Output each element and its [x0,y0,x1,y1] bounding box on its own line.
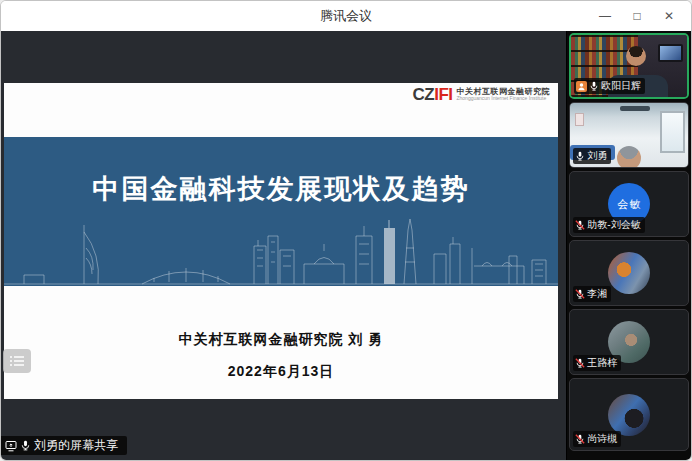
participant-name-tag: 助教-刘会敏 [573,217,644,233]
screen-share-badge: 刘勇的屏幕共享 [1,436,127,455]
mic-muted-icon [575,358,585,368]
participant-name-tag: 刘勇 [573,148,611,164]
participant-name-tag: 欧阳日辉 [574,78,645,94]
tencent-meeting-window: 腾讯会议 — □ ✕ CZIFI 中关村互联网金融研究院 Zhongguancu… [0,0,692,461]
slide-title-banner: 中国金融科技发展现状及趋势 [4,137,558,286]
list-icon [9,355,25,367]
participant-tile-liuyong[interactable]: 刘勇 [569,102,689,168]
czifi-logo: CZIFI 中关村互联网金融研究院 Zhongguancun Internet … [412,86,550,103]
participant-tile-shangshigui[interactable]: 尚诗槻 [569,378,689,451]
host-icon [576,81,587,92]
presentation-slide: CZIFI 中关村互联网金融研究院 Zhongguancun Internet … [4,83,558,399]
meeting-content: CZIFI 中关村互联网金融研究院 Zhongguancun Internet … [1,31,691,460]
avatar-initials: 会敏 [617,197,641,212]
window-titlebar: 腾讯会议 — □ ✕ [1,1,691,31]
mic-muted-icon [575,434,585,444]
shared-screen-area: CZIFI 中关村互联网金融研究院 Zhongguancun Internet … [1,31,566,460]
slide-title: 中国金融科技发展现状及趋势 [4,171,558,207]
mic-on-icon [589,81,599,91]
city-skyline-graphic [4,218,558,286]
slide-date-line: 2022年6月13日 [4,363,558,381]
participant-name: 助教-刘会敏 [587,218,640,232]
participant-name: 尚诗槻 [587,432,617,446]
mic-on-icon [575,151,585,161]
slide-author-line: 中关村互联网金融研究院 刘 勇 [4,331,558,349]
panel-toggle-button[interactable] [3,349,31,373]
minimize-button[interactable]: — [589,1,621,31]
participant-name: 王路梓 [587,356,617,370]
screen-share-icon [5,440,17,452]
participant-tile-lixiang[interactable]: 李湘 [569,240,689,306]
logo-ifi: IFI [434,85,452,104]
participant-name: 李湘 [587,287,607,301]
microphone-icon [20,440,31,451]
logo-org-en: Zhongguancun Internet Finance Institute [457,96,551,102]
window-in-video [660,111,685,153]
close-button[interactable]: ✕ [653,1,685,31]
participant-name: 刘勇 [587,149,607,163]
participant-name-tag: 李湘 [573,286,611,302]
mic-muted-icon [575,289,585,299]
participant-tile-liuhuimin[interactable]: 会敏 助教-刘会敏 [569,171,689,237]
monitor-in-video [658,44,683,62]
maximize-button[interactable]: □ [621,1,653,31]
participant-name-tag: 王路梓 [573,355,621,371]
avatar [608,252,650,294]
participants-sidebar: 欧阳日辉 [566,31,691,460]
participant-tile-ouyangrihui[interactable]: 欧阳日辉 [569,33,689,99]
czifi-logo-text: CZIFI [412,86,452,103]
participant-tile-wangluzi[interactable]: 王路梓 [569,309,689,375]
mic-muted-icon [575,220,585,230]
logo-org-names: 中关村互联网金融研究院 Zhongguancun Internet Financ… [457,87,551,102]
screen-share-text: 刘勇的屏幕共享 [34,437,118,454]
logo-cz: CZ [412,85,434,104]
participant-name-tag: 尚诗槻 [573,431,621,447]
window-controls: — □ ✕ [589,1,685,31]
avatar [608,394,650,436]
window-title: 腾讯会议 [320,7,372,25]
participant-name: 欧阳日辉 [601,79,641,93]
